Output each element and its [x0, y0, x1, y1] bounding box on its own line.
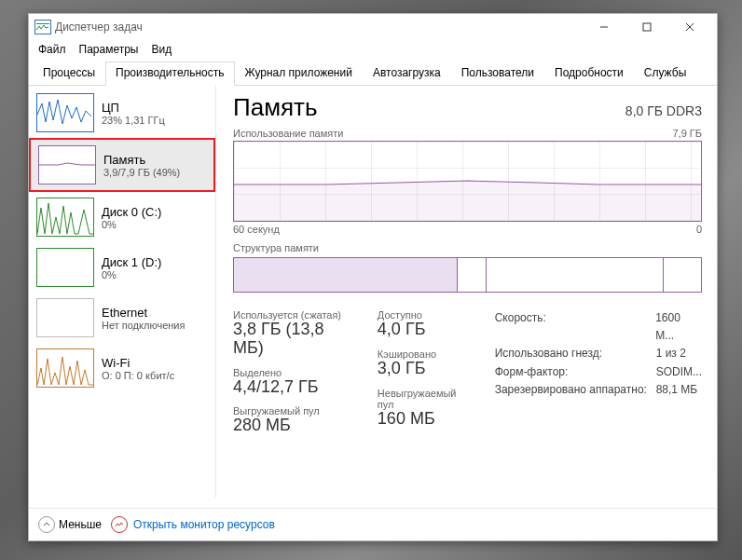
detail-val: 88,1 МБ: [656, 381, 698, 399]
stat-label: Выделено: [233, 367, 355, 378]
sidebar-item-wifi[interactable]: Wi-FiО: 0 П: 0 кбит/с: [29, 343, 215, 393]
sidebar: ЦП23% 1,31 ГГц Память3,9/7,9 ГБ (49%) Ди…: [29, 86, 216, 498]
wifi-thumb-icon: [36, 348, 94, 388]
resource-monitor-label: Открыть монитор ресурсов: [133, 518, 275, 531]
close-button[interactable]: [668, 14, 711, 40]
sidebar-item-sub: Нет подключения: [102, 320, 185, 331]
chevron-up-icon: [38, 516, 55, 533]
app-icon: [34, 20, 51, 34]
cpu-thumb-icon: [36, 93, 94, 132]
sidebar-item-ethernet[interactable]: EthernetНет подключения: [29, 293, 215, 343]
page-title: Память: [233, 93, 318, 122]
stat-label: Невыгружаемый пул: [378, 388, 473, 410]
tab-services[interactable]: Службы: [634, 61, 696, 86]
stat-value: 3,0 ГБ: [378, 360, 473, 378]
detail-key: Зарезервировано аппаратно:: [495, 381, 649, 399]
resource-monitor-icon: [111, 516, 128, 533]
tab-processes[interactable]: Процессы: [33, 61, 105, 86]
ethernet-thumb-icon: [36, 298, 94, 337]
titlebar: Диспетчер задач: [29, 14, 717, 40]
tabstrip: Процессы Производительность Журнал прило…: [29, 61, 717, 86]
sidebar-item-sub: 23% 1,31 ГГц: [102, 115, 165, 126]
sidebar-item-label: ЦП: [102, 101, 165, 115]
composition-label: Структура памяти: [233, 242, 319, 253]
main-panel: Память 8,0 ГБ DDR3 Использование памяти7…: [216, 86, 717, 498]
sidebar-item-label: Память: [103, 153, 180, 167]
footer: Меньше Открыть монитор ресурсов: [29, 508, 717, 540]
sidebar-item-label: Wi-Fi: [102, 356, 174, 370]
menu-file[interactable]: Файл: [38, 43, 66, 56]
detail-val: SODIM...: [656, 363, 702, 381]
detail-key: Скорость:: [495, 309, 648, 345]
memory-total: 8,0 ГБ DDR3: [625, 103, 702, 118]
menubar: Файл Параметры Вид: [29, 40, 717, 59]
fewer-details-label: Меньше: [59, 518, 102, 531]
sidebar-item-sub: 0%: [102, 269, 161, 280]
tab-users[interactable]: Пользователи: [451, 61, 544, 86]
memory-details: Скорость:1600 М... Использовано гнезд:1 …: [495, 309, 702, 435]
sidebar-item-sub: 0%: [102, 219, 161, 230]
tab-startup[interactable]: Автозагрузка: [363, 61, 451, 86]
chart-max: 7,9 ГБ: [672, 128, 702, 139]
memory-composition-bar: [233, 257, 702, 293]
memory-usage-chart: [233, 141, 702, 222]
sidebar-item-label: Ethernet: [102, 306, 185, 320]
axis-left: 60 секунд: [233, 224, 280, 235]
sidebar-item-label: Диск 0 (C:): [102, 205, 161, 219]
detail-val: 1 из 2: [656, 345, 686, 362]
stat-value: 4,0 ГБ: [378, 321, 473, 339]
detail-key: Форм-фактор:: [495, 363, 649, 381]
sidebar-item-label: Диск 1 (D:): [102, 255, 161, 269]
stat-value: 160 МБ: [378, 410, 473, 429]
disk-thumb-icon: [36, 248, 94, 287]
sidebar-item-sub: О: 0 П: 0 кбит/с: [102, 370, 174, 381]
sidebar-item-sub: 3,9/7,9 ГБ (49%): [103, 167, 180, 178]
sidebar-item-cpu[interactable]: ЦП23% 1,31 ГГц: [29, 88, 215, 138]
svg-rect-1: [643, 23, 651, 31]
tab-details[interactable]: Подробности: [544, 61, 634, 86]
maximize-button[interactable]: [625, 14, 668, 40]
open-resource-monitor-link[interactable]: Открыть монитор ресурсов: [111, 516, 275, 533]
fewer-details-button[interactable]: Меньше: [38, 516, 102, 533]
tab-performance[interactable]: Производительность: [105, 61, 234, 86]
sidebar-item-disk1[interactable]: Диск 1 (D:)0%: [29, 242, 215, 293]
axis-right: 0: [696, 224, 702, 235]
sidebar-item-disk0[interactable]: Диск 0 (C:)0%: [29, 192, 215, 242]
menu-options[interactable]: Параметры: [79, 43, 139, 56]
detail-val: 1600 М...: [655, 309, 702, 345]
stat-value: 3,8 ГБ (13,8 МБ): [233, 321, 355, 358]
disk-thumb-icon: [36, 198, 94, 237]
chart-label: Использование памяти: [233, 128, 343, 139]
detail-key: Использовано гнезд:: [495, 345, 649, 362]
window-title: Диспетчер задач: [55, 20, 143, 34]
task-manager-window: Диспетчер задач Файл Параметры Вид Проце…: [28, 13, 718, 541]
stat-value: 280 МБ: [233, 417, 355, 435]
minimize-button[interactable]: [583, 14, 625, 40]
tab-app-history[interactable]: Журнал приложений: [235, 61, 363, 86]
stat-value: 4,4/12,7 ГБ: [233, 378, 355, 397]
sidebar-item-memory[interactable]: Память3,9/7,9 ГБ (49%): [29, 138, 215, 192]
menu-view[interactable]: Вид: [151, 43, 172, 56]
memory-thumb-icon: [38, 145, 96, 184]
stat-label: Кэшировано: [378, 348, 473, 360]
